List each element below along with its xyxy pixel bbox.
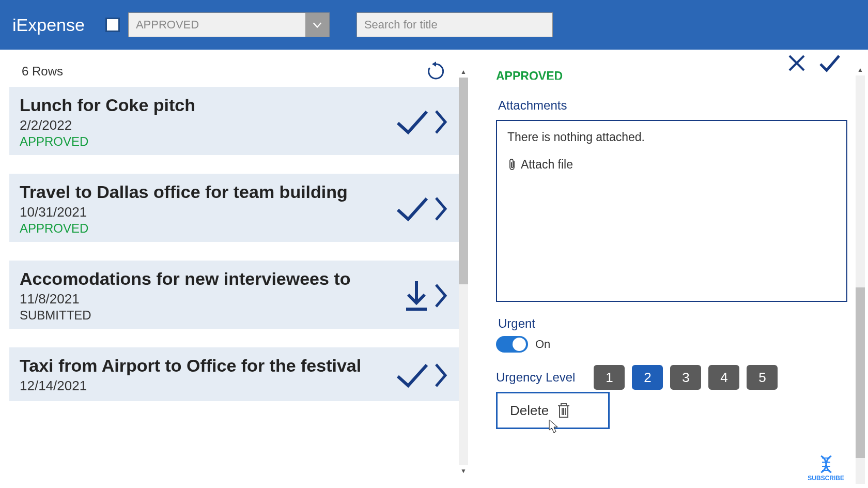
- list-item-date: 10/31/2021: [20, 204, 396, 220]
- row-count-bar: 6 Rows: [9, 57, 459, 87]
- filter-checkbox[interactable]: [105, 18, 120, 32]
- app-title: iExpense: [12, 15, 85, 35]
- list-item[interactable]: Travel to Dallas office for team buildin…: [9, 174, 459, 242]
- check-icon[interactable]: [396, 109, 430, 135]
- urgent-label: Urgent: [498, 316, 847, 331]
- urgency-level-1[interactable]: 1: [594, 365, 625, 390]
- detail-scrollbar[interactable]: ▲ ▼: [856, 75, 865, 484]
- list-item-status: SUBMITTED: [20, 308, 403, 323]
- row-count-label: 6 Rows: [22, 64, 63, 79]
- subscribe-text: SUBSCRIBE: [808, 475, 844, 482]
- chevron-right-icon[interactable]: [434, 362, 448, 388]
- search-input[interactable]: Search for title: [357, 12, 553, 37]
- urgency-level-4[interactable]: 4: [708, 365, 739, 390]
- subscribe-badge[interactable]: SUBSCRIBE: [808, 454, 844, 482]
- list-item-title: Travel to Dallas office for team buildin…: [20, 182, 396, 202]
- check-icon[interactable]: [396, 195, 430, 222]
- toggle-knob: [513, 338, 526, 351]
- urgency-level-2[interactable]: 2: [632, 365, 663, 390]
- attachments-box[interactable]: There is nothing attached. Attach file: [496, 120, 847, 302]
- delete-button[interactable]: Delete: [496, 392, 610, 429]
- list-item[interactable]: Taxi from Airport to Office for the fest…: [9, 347, 459, 401]
- list-item-title: Lunch for Coke pitch: [20, 95, 396, 115]
- download-icon[interactable]: [403, 279, 430, 312]
- list-item-title: Taxi from Airport to Office for the fest…: [20, 356, 396, 376]
- trash-icon: [556, 402, 571, 419]
- list-item[interactable]: Accomodations for new interviewees to 11…: [9, 261, 459, 329]
- urgent-toggle[interactable]: [496, 336, 528, 353]
- delete-label: Delete: [510, 403, 549, 419]
- list-item[interactable]: Lunch for Coke pitch 2/2/2022 APPROVED: [9, 87, 459, 155]
- dna-icon: [816, 454, 836, 475]
- paperclip-icon: [507, 158, 517, 172]
- urgency-level-3[interactable]: 3: [670, 365, 701, 390]
- detail-status: APPROVED: [496, 69, 847, 80]
- main-area: 6 Rows Lunch for Coke pitch 2/2/2022 APP…: [0, 50, 868, 488]
- scrollbar-thumb[interactable]: [856, 287, 865, 458]
- refresh-icon[interactable]: [426, 61, 446, 82]
- attachments-empty-text: There is nothing attached.: [507, 130, 836, 144]
- search-placeholder: Search for title: [364, 18, 438, 32]
- attach-file-button[interactable]: Attach file: [507, 158, 836, 172]
- chevron-right-icon[interactable]: [434, 109, 448, 135]
- list-item-date: 12/14/2021: [20, 378, 396, 394]
- urgency-level-5[interactable]: 5: [747, 365, 778, 390]
- check-icon[interactable]: [396, 362, 430, 389]
- list-pane: 6 Rows Lunch for Coke pitch 2/2/2022 APP…: [0, 50, 468, 488]
- list-item-status: APPROVED: [20, 134, 396, 149]
- chevron-right-icon[interactable]: [434, 196, 448, 222]
- attachments-label: Attachments: [498, 98, 847, 113]
- attach-file-label: Attach file: [521, 158, 573, 172]
- list-item-date: 2/2/2022: [20, 117, 396, 133]
- urgent-value-text: On: [535, 338, 550, 351]
- status-filter-placeholder: APPROVED: [129, 18, 305, 32]
- detail-pane: APPROVED Attachments There is nothing at…: [468, 50, 868, 488]
- expense-list: Lunch for Coke pitch 2/2/2022 APPROVED T…: [9, 87, 459, 401]
- list-scrollbar[interactable]: ▲ ▼: [459, 78, 468, 465]
- chevron-right-icon[interactable]: [434, 283, 448, 309]
- scrollbar-thumb[interactable]: [459, 78, 468, 284]
- list-item-status: APPROVED: [20, 221, 396, 236]
- header-bar: iExpense APPROVED Search for title: [0, 0, 868, 50]
- list-item-date: 11/8/2021: [20, 291, 403, 307]
- chevron-down-icon[interactable]: [305, 13, 329, 37]
- list-item-title: Accomodations for new interviewees to: [20, 269, 403, 289]
- urgency-level-label: Urgency Level: [496, 370, 575, 385]
- status-filter-dropdown[interactable]: APPROVED: [128, 12, 330, 37]
